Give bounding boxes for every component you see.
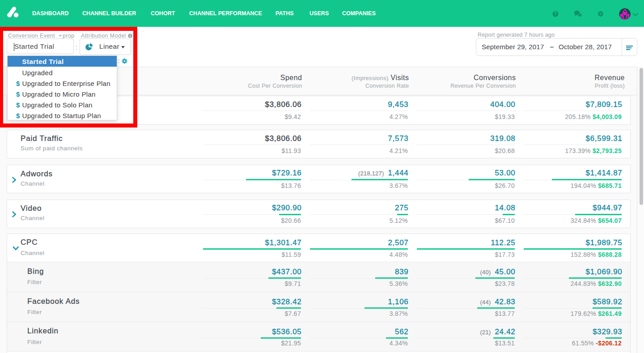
svg-text:?: ? <box>554 11 557 16</box>
